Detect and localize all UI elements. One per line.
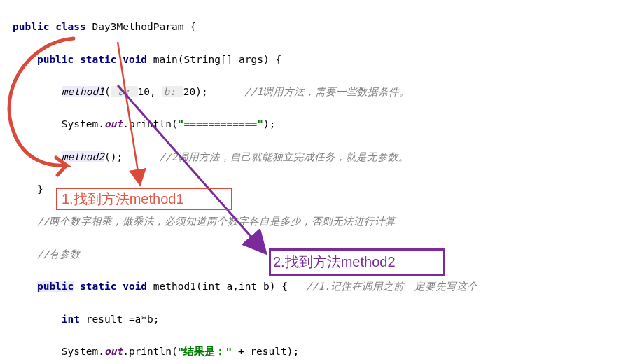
keyword: class	[55, 21, 86, 32]
string-literal: "============"	[178, 118, 263, 130]
code-line: method1( a: 10, b: 20); //1调用方法，需要一些数据条件…	[13, 84, 628, 100]
code-line: //两个数字相乘，做乘法，必须知道两个数字各自是多少，否则无法进行计算	[13, 214, 628, 230]
code-line: System.out.println("============");	[13, 116, 628, 132]
code-line: System.out.println("结果是：" + result);	[13, 344, 628, 360]
code-editor[interactable]: public class Day3MethodParam { public st…	[0, 0, 628, 364]
annotation-text-2: 2.找到方法method2	[273, 251, 396, 273]
comment: //1.记住在调用之前一定要先写这个	[306, 281, 477, 292]
method-name: method1	[153, 281, 196, 292]
param-hint: b:	[162, 86, 183, 97]
keyword: public	[13, 21, 49, 32]
param-hint: a:	[111, 86, 138, 97]
code-line: public class Day3MethodParam {	[13, 19, 628, 35]
string-literal: "结果是："	[178, 346, 232, 357]
comment: //两个数字相乘，做乘法，必须知道两个数字各自是多少，否则无法进行计算	[37, 216, 396, 227]
code-line: public static void main(String[] args) {	[13, 52, 628, 68]
code-line: method2(); //2调用方法，自己就能独立完成任务，就是无参数。	[13, 149, 628, 165]
comment: //1调用方法，需要一些数据条件。	[244, 86, 410, 97]
method-call: method1	[62, 86, 104, 97]
code-line: int result =a*b;	[13, 312, 628, 328]
code-line: public static void method1(int a,int b) …	[13, 279, 628, 295]
method-call: method2	[62, 151, 104, 162]
class-name: Day3MethodParam	[92, 21, 184, 32]
comment: //2调用方法，自己就能独立完成任务，就是无参数。	[160, 151, 409, 162]
comment: //有参数	[37, 248, 81, 260]
annotation-text-1: 1.找到方法method1	[62, 188, 184, 210]
